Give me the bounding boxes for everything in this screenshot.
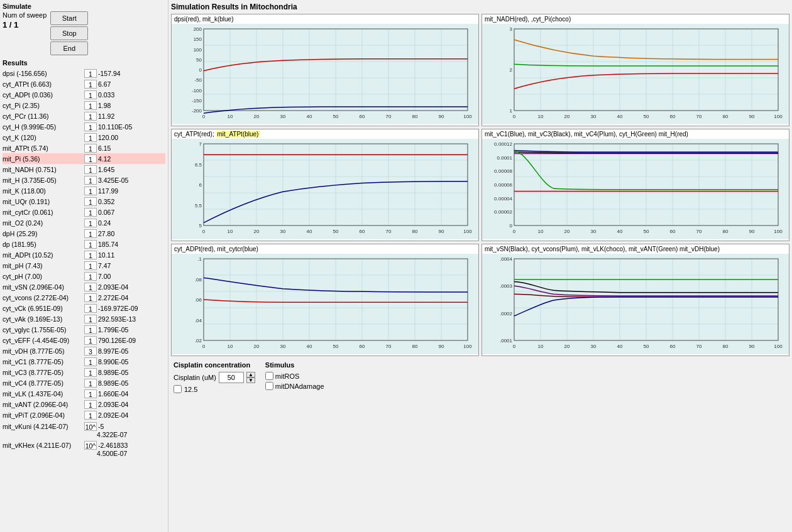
result-row: mit_Pi (5.36) 1 4.12 [3, 153, 165, 164]
result-sweep: 1 [84, 357, 97, 366]
svg-text:0: 0 [202, 114, 206, 119]
start-button[interactable]: Start [50, 11, 88, 25]
result-row: mit_ATPt (5.74) 1 6.15 [3, 143, 165, 153]
result-row: cyt_H (9.999E-05) 1 10.110E-05 [3, 121, 165, 132]
result-name: mit_vLK (1.437E-04) [3, 390, 83, 398]
svg-text:30: 30 [280, 229, 286, 234]
special-name: mit_vKuni (4.214E-07) [3, 423, 83, 430]
svg-text:50: 50 [333, 114, 339, 119]
spinner-up[interactable]: ▲ [246, 372, 255, 377]
sweep-separator: / [9, 20, 14, 30]
stimulus-title: Stimulus [265, 361, 324, 369]
cisplatin-input[interactable] [219, 372, 244, 383]
result-value: 7.47 [98, 262, 111, 269]
result-row: mit_H (3.735E-05) 1 3.425E-05 [3, 175, 165, 185]
svg-text:50: 50 [644, 229, 649, 234]
result-sweep: 1 [84, 389, 97, 398]
result-name: cyt_vAk (9.169E-13) [3, 315, 83, 323]
svg-text:10: 10 [538, 344, 544, 349]
result-value: 6.15 [98, 144, 111, 152]
svg-text:10: 10 [538, 114, 544, 119]
result-row: cyt_vcons (2.272E-04) 1 2.272E-04 [3, 292, 165, 303]
result-name: cyt_vCk (6.951E-09) [3, 305, 83, 312]
result-sweep: 1 [84, 379, 97, 388]
result-value: -169.972E-09 [98, 305, 138, 312]
cisplatin-checkbox[interactable] [173, 385, 182, 393]
result-row: mit_vSN (2.096E-04) 1 2.093E-04 [3, 281, 165, 292]
svg-text:70: 70 [386, 229, 392, 234]
result-value: 2.093E-04 [98, 283, 128, 291]
result-sweep: 1 [84, 283, 97, 291]
svg-text:0: 0 [513, 344, 516, 349]
simulate-section: Simulate Num of sweep 1 / 1 Start Stop E… [3, 3, 165, 55]
chart-title: mit_vSN(Black), cyt_vcons(Plum), mit_vLK… [482, 244, 789, 254]
svg-text:.02: .02 [195, 338, 202, 344]
sim-btn-group: Start Stop End [50, 11, 88, 55]
svg-text:60: 60 [360, 344, 365, 349]
svg-text:70: 70 [696, 114, 702, 119]
special-value: 4.322E-07 [97, 431, 165, 438]
svg-text:.1: .1 [197, 256, 202, 262]
mitdna-checkbox[interactable] [265, 382, 273, 390]
svg-text:30: 30 [591, 114, 597, 119]
special-rows: mit_vKuni (4.214E-07) 10^ -5 4.322E-07 m… [3, 421, 165, 458]
result-name: cyt_vEFF (-4.454E-09) [3, 337, 83, 344]
svg-text:20: 20 [254, 114, 260, 119]
result-value: 0.352 [98, 198, 114, 205]
result-row: mit_vPiT (2.096E-04) 1 2.092E-04 [3, 410, 165, 420]
chart-title: dpsi(red), mit_k(blue) [172, 14, 478, 24]
result-sweep: 1 [84, 240, 97, 249]
svg-text:90: 90 [439, 229, 444, 234]
svg-text:60: 60 [670, 114, 676, 119]
special-value: 4.500E-07 [97, 450, 165, 457]
svg-text:3: 3 [510, 26, 513, 32]
svg-text:10: 10 [228, 114, 233, 119]
results-list: dpsi (-156.656) 1 -157.94 cyt_ATPt (6.66… [3, 68, 165, 420]
simulate-title: Simulate [3, 3, 165, 10]
svg-text:10: 10 [538, 229, 544, 234]
result-sweep: 1 [84, 176, 97, 185]
result-row: mit_vC4 (8.777E-05) 1 8.989E-05 [3, 377, 165, 388]
result-value: 0.033 [98, 91, 114, 99]
svg-text:-150: -150 [192, 98, 202, 104]
result-row: cyt_vAk (9.169E-13) 1 292.593E-13 [3, 313, 165, 324]
result-value: 7.00 [98, 273, 111, 280]
svg-text:7: 7 [199, 141, 202, 147]
result-sweep: 1 [84, 80, 97, 89]
svg-text:40: 40 [617, 344, 623, 349]
svg-text:50: 50 [644, 344, 649, 349]
chart-title-highlight: mit_ATPt(blue) [216, 131, 260, 138]
result-row: mit_vLK (1.437E-04) 1 1.660E-04 [3, 388, 165, 399]
bottom-controls: Cisplatin concentration Cisplatin (uM) ▲… [171, 359, 789, 396]
result-name: mit_vC4 (8.777E-05) [3, 379, 83, 387]
sweep-display: 1 / 1 [3, 20, 47, 30]
chart-chart3: cyt_ATPt(red); mit_ATPt(blue)76.565.5501… [171, 129, 479, 241]
svg-text:.0001: .0001 [500, 338, 513, 344]
svg-text:90: 90 [439, 344, 444, 349]
svg-text:60: 60 [670, 229, 676, 234]
right-panel: Simulation Results in Mitochondria dpsi(… [168, 0, 792, 532]
special-result-row: mit_vKuni (4.214E-07) 10^ -5 4.322E-07 [3, 421, 165, 439]
spinner-down[interactable]: ▼ [246, 377, 255, 383]
result-row: mit_O2 (0.24) 1 0.24 [3, 217, 165, 228]
svg-text:80: 80 [412, 114, 418, 119]
result-name: cyt_H (9.999E-05) [3, 123, 83, 131]
result-sweep: 1 [84, 122, 97, 131]
mitros-label: mitROS [275, 372, 300, 380]
result-sweep: 1 [84, 293, 97, 302]
chart-chart5: cyt_ADPt(red), mit_cytcr(blue).1.08.06.0… [171, 244, 479, 356]
svg-text:10: 10 [228, 229, 233, 234]
result-sweep: 1 [84, 336, 97, 345]
result-row: cyt_vglyc (1.755E-05) 1 1.799E-05 [3, 324, 165, 335]
result-row: mit_vANT (2.096E-04) 1 2.093E-04 [3, 399, 165, 410]
mitros-checkbox[interactable] [265, 372, 273, 380]
svg-text:0: 0 [513, 114, 516, 119]
svg-text:100: 100 [774, 344, 783, 349]
svg-text:80: 80 [412, 344, 418, 349]
result-value: 8.990E-05 [98, 358, 128, 366]
mitros-row: mitROS [265, 372, 324, 380]
stop-button[interactable]: Stop [50, 26, 88, 40]
svg-text:0: 0 [202, 229, 206, 234]
result-name: mit_vC3 (8.777E-05) [3, 369, 83, 376]
end-button[interactable]: End [50, 41, 88, 55]
